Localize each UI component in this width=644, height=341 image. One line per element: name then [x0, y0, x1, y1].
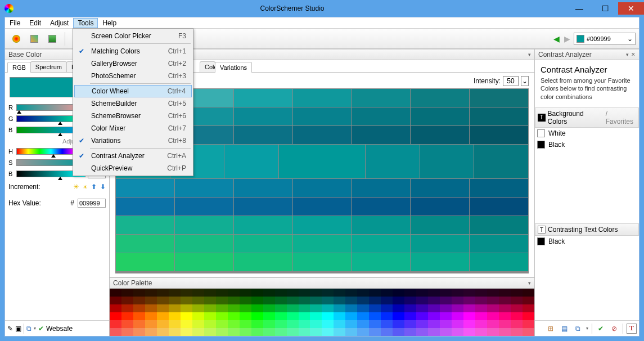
- palette-cell[interactable]: [299, 320, 310, 328]
- palette-cell[interactable]: [228, 297, 240, 304]
- variation-cell[interactable]: [293, 89, 352, 107]
- palette-cell[interactable]: [404, 289, 416, 297]
- variation-cell[interactable]: [470, 198, 528, 216]
- palette-cell[interactable]: [511, 312, 523, 320]
- palette-cell[interactable]: [452, 312, 463, 320]
- palette-cell[interactable]: [310, 297, 322, 304]
- palette-cell[interactable]: [381, 328, 393, 336]
- palette-cell[interactable]: [192, 328, 204, 336]
- palette-cell[interactable]: [381, 289, 393, 297]
- variation-cell[interactable]: [293, 216, 352, 234]
- variation-cell[interactable]: [470, 235, 528, 253]
- palette-cell[interactable]: [251, 304, 263, 312]
- variation-cell[interactable]: [234, 89, 292, 107]
- variation-cell[interactable]: [411, 126, 469, 144]
- menu-file[interactable]: File: [5, 18, 25, 28]
- palette-cell[interactable]: [204, 328, 216, 336]
- palette-cell[interactable]: [511, 320, 523, 328]
- palette-cell[interactable]: [121, 297, 133, 304]
- bg-color-item[interactable]: Black: [535, 139, 639, 150]
- palette-cell[interactable]: [145, 297, 157, 304]
- variation-cell[interactable]: [411, 235, 469, 253]
- palette-cell[interactable]: [369, 312, 381, 320]
- palette-cell[interactable]: [334, 312, 345, 320]
- palette-cell[interactable]: [299, 297, 310, 304]
- variation-cell[interactable]: [293, 126, 352, 144]
- increment-up-icon[interactable]: ⬆: [91, 183, 97, 191]
- palette-cell[interactable]: [440, 297, 452, 304]
- menu-item-variations[interactable]: ✔VariationsCtrl+8: [74, 134, 192, 147]
- palette-cell[interactable]: [263, 320, 275, 328]
- palette-cell[interactable]: [204, 304, 216, 312]
- palette-cell[interactable]: [157, 297, 169, 304]
- palette-cell[interactable]: [181, 297, 192, 304]
- variation-cell[interactable]: [411, 253, 469, 271]
- palette-cell[interactable]: [145, 320, 157, 328]
- contrast-dropdown-icon[interactable]: ▾: [626, 52, 629, 57]
- palette-cell[interactable]: [475, 289, 487, 297]
- palette-cell[interactable]: [369, 297, 381, 304]
- palette-cell[interactable]: [121, 289, 133, 297]
- palette-cell[interactable]: [299, 304, 310, 312]
- menu-item-schemebuilder[interactable]: SchemeBuilderCtrl+5: [74, 97, 192, 110]
- palette-cell[interactable]: [463, 297, 475, 304]
- palette-cell[interactable]: [404, 304, 416, 312]
- palette-cell[interactable]: [121, 320, 133, 328]
- variation-cell[interactable]: [411, 216, 469, 234]
- palette-cell[interactable]: [523, 297, 534, 304]
- palette-cell[interactable]: [263, 304, 275, 312]
- variation-cell[interactable]: [411, 179, 469, 197]
- palette-cell[interactable]: [251, 320, 263, 328]
- tab-colormixer[interactable]: ColorMixer: [200, 61, 215, 72]
- palette-cell[interactable]: [204, 289, 216, 297]
- close-button[interactable]: ✕: [618, 2, 644, 15]
- variation-cell[interactable]: [352, 179, 410, 197]
- menu-item-photoschemer[interactable]: PhotoSchemerCtrl+3: [74, 70, 192, 82]
- palette-cell[interactable]: [416, 289, 428, 297]
- palette-cell[interactable]: [334, 304, 345, 312]
- palette-cell[interactable]: [228, 328, 240, 336]
- palette-cell[interactable]: [499, 312, 511, 320]
- palette-cell[interactable]: [452, 289, 463, 297]
- palette-cell[interactable]: [310, 320, 322, 328]
- palette-cell[interactable]: [192, 289, 204, 297]
- minimize-button[interactable]: —: [566, 2, 592, 15]
- palette-cell[interactable]: [110, 304, 121, 312]
- palette-cell[interactable]: [475, 297, 487, 304]
- palette-cell[interactable]: [287, 328, 299, 336]
- copy-icon[interactable]: ⧉: [26, 325, 31, 333]
- variation-cell[interactable]: [279, 145, 365, 178]
- palette-cell[interactable]: [169, 289, 181, 297]
- palette-cell[interactable]: [133, 328, 145, 336]
- palette-cell[interactable]: [204, 320, 216, 328]
- bg-color-item[interactable]: White: [535, 128, 639, 139]
- palette-cell[interactable]: [487, 312, 499, 320]
- variation-cell[interactable]: [116, 179, 174, 197]
- color-palette[interactable]: [110, 289, 534, 336]
- variation-cell[interactable]: [175, 253, 233, 271]
- palette-cell[interactable]: [263, 328, 275, 336]
- palette-cell[interactable]: [452, 304, 463, 312]
- fg-color-item[interactable]: Black: [535, 236, 639, 247]
- palette-cell[interactable]: [216, 297, 228, 304]
- palette-cell[interactable]: [322, 328, 334, 336]
- palette-cell[interactable]: [275, 328, 287, 336]
- variation-cell[interactable]: [175, 179, 233, 197]
- palette-cell[interactable]: [428, 289, 440, 297]
- palette-cell[interactable]: [287, 320, 299, 328]
- palette-cell[interactable]: [452, 328, 463, 336]
- variation-cell[interactable]: [352, 253, 410, 271]
- variation-cell[interactable]: [352, 198, 410, 216]
- palette-cell[interactable]: [381, 320, 393, 328]
- palette-cell[interactable]: [181, 320, 192, 328]
- palette-cell[interactable]: [169, 297, 181, 304]
- palette-cell[interactable]: [416, 297, 428, 304]
- palette-cell[interactable]: [440, 312, 452, 320]
- palette-cell[interactable]: [181, 328, 192, 336]
- variation-cell[interactable]: [234, 253, 292, 271]
- palette-cell[interactable]: [240, 328, 251, 336]
- manage-favorites-icon[interactable]: ▤: [559, 324, 569, 334]
- palette-cell[interactable]: [228, 312, 240, 320]
- palette-cell[interactable]: [487, 320, 499, 328]
- palette-cell[interactable]: [523, 328, 534, 336]
